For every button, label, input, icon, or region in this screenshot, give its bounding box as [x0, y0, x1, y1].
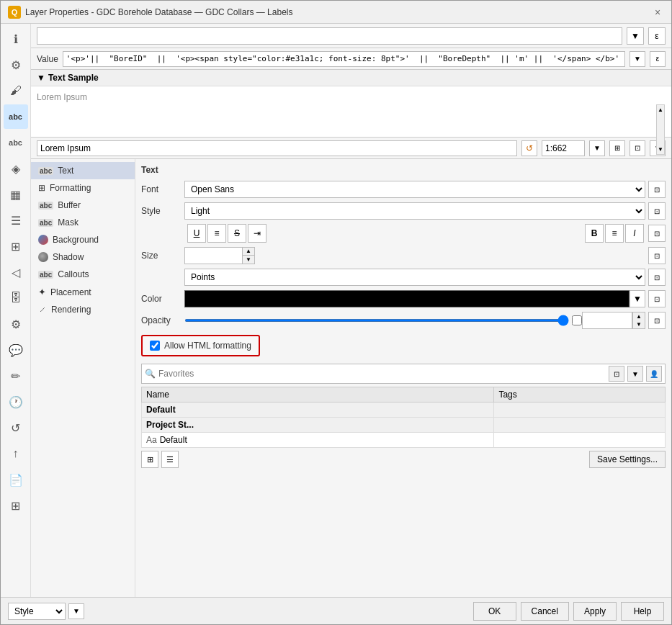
sidebar-abc-icon[interactable]: abc	[4, 104, 28, 129]
format-copy-btn[interactable]: ⊡	[648, 225, 666, 242]
opacity-up-btn[interactable]: ▲	[633, 312, 645, 320]
opacity-down-btn[interactable]: ▼	[633, 320, 645, 328]
color-copy-btn[interactable]: ⊡	[648, 290, 666, 307]
preview-scale-dropdown[interactable]: ▼	[589, 140, 605, 156]
sidebar-refresh-icon[interactable]: ↺	[4, 415, 28, 440]
sidebar-brush-icon[interactable]: 🖌	[4, 78, 28, 103]
sidebar-upload-icon[interactable]: ↑	[4, 441, 28, 466]
dropdown-arrow-btn[interactable]: ▼	[627, 27, 644, 45]
apply-button[interactable]: Apply	[573, 602, 617, 621]
sidebar-settings-icon[interactable]: ⚙	[4, 53, 28, 77]
nav-item-callouts[interactable]: abc Callouts	[31, 266, 135, 283]
size-up-btn[interactable]: ▲	[243, 248, 254, 256]
grid-view-btn[interactable]: ⊞	[141, 451, 158, 468]
sidebar-filter-icon[interactable]: ⊞	[4, 234, 28, 258]
opacity-copy-btn[interactable]: ⊡	[648, 312, 666, 329]
sidebar-info-icon[interactable]: ℹ	[4, 27, 28, 51]
font-select[interactable]: Open Sans	[184, 181, 645, 198]
sidebar-chart-icon[interactable]: ▦	[4, 182, 28, 207]
text-sample-content: Lorem Ipsum ▲ ▼	[31, 86, 671, 137]
left-nav: abc Text ⊞ Formatting abc Buffer abc Mas…	[31, 159, 135, 597]
table-row[interactable]: Default	[142, 403, 666, 418]
html-format-checkbox[interactable]	[150, 341, 160, 351]
content-area: Single Labels ▼ ε Value ▼ ε ▼ Text Sampl…	[31, 24, 671, 597]
preview-gear-btn[interactable]: ⊞	[609, 140, 625, 156]
nav-item-buffer[interactable]: abc Buffer	[31, 197, 135, 214]
size-copy-btn[interactable]: ⊡	[648, 247, 666, 264]
favorites-user-btn[interactable]: 👤	[646, 366, 662, 382]
list-view-btn[interactable]: ☰	[161, 451, 179, 468]
color-dropdown-btn[interactable]: ▼	[630, 290, 645, 307]
style-copy-btn[interactable]: ⊡	[648, 202, 666, 220]
italic-btn[interactable]: I	[625, 224, 644, 243]
table-row[interactable]: AaDefault	[142, 433, 666, 448]
nav-item-text[interactable]: abc Text	[31, 162, 135, 179]
bold-btn[interactable]: B	[585, 224, 604, 243]
placement-nav-icon: ✦	[38, 287, 46, 297]
sidebar-abc2-icon[interactable]: abc	[4, 130, 28, 155]
value-dropdown-btn[interactable]: ▼	[630, 51, 645, 67]
sidebar-gear-icon[interactable]: ⚙	[4, 312, 28, 336]
opacity-slider[interactable]	[184, 319, 569, 322]
indent-btn[interactable]: ⇥	[248, 224, 266, 243]
expression-btn[interactable]: ε	[648, 27, 666, 45]
sidebar-db-icon[interactable]: 🗄	[4, 286, 28, 310]
help-button[interactable]: Help	[621, 602, 664, 621]
favorites-clear-btn[interactable]: ⊡	[609, 366, 624, 382]
nav-item-placement[interactable]: ✦ Placement	[31, 283, 135, 301]
sidebar-pencil-icon[interactable]: ✏	[4, 364, 28, 388]
copy-fmt-btn[interactable]: ≡	[605, 224, 624, 243]
style-row: Style Light ⊡	[141, 202, 666, 220]
section-title: Text	[141, 165, 666, 175]
aa-icon: Aa	[146, 435, 157, 445]
nav-item-shadow[interactable]: Shadow	[31, 248, 135, 266]
scroll-down-btn[interactable]: ▼	[658, 146, 663, 153]
favorites-bar: 🔍 ⊡ ▼ 👤	[141, 364, 666, 384]
nav-item-background[interactable]: Background	[31, 231, 135, 248]
color-swatch[interactable]	[184, 290, 630, 307]
opacity-value-input[interactable]: 100.0 %	[582, 312, 632, 329]
size-unit-copy-btn[interactable]: ⊡	[648, 269, 666, 286]
sidebar-doc-icon[interactable]: 📄	[4, 467, 28, 492]
strikethrough-btn[interactable]: S	[228, 224, 246, 243]
sidebar-arrow-icon[interactable]: ◁	[4, 260, 28, 284]
text-sample-header[interactable]: ▼ Text Sample	[31, 70, 671, 86]
value-epsilon-btn[interactable]: ε	[650, 51, 666, 67]
cancel-button[interactable]: Cancel	[521, 602, 569, 621]
font-copy-btn[interactable]: ⊡	[648, 181, 666, 198]
nav-item-mask[interactable]: abc Mask	[31, 214, 135, 231]
sidebar-list-icon[interactable]: ☰	[4, 208, 28, 233]
size-input[interactable]: 9.0000	[184, 247, 242, 264]
lorem-ipsum-preview: Lorem Ipsum	[37, 92, 87, 102]
style-control: Light	[184, 202, 645, 220]
style-select[interactable]: Light	[184, 202, 645, 220]
preview-copy-btn[interactable]: ⊡	[630, 140, 645, 156]
sidebar-plugin-icon[interactable]: ⊞	[4, 493, 28, 518]
style-dropdown[interactable]: Style	[8, 603, 66, 620]
favorites-input[interactable]	[158, 369, 606, 379]
preview-input[interactable]	[37, 140, 517, 156]
preview-bar: ↺ ▼ ⊞ ⊡ ▼	[31, 138, 671, 159]
sidebar-clock-icon[interactable]: 🕐	[4, 390, 28, 414]
sidebar-chat-icon[interactable]: 💬	[4, 338, 28, 362]
nav-item-formatting[interactable]: ⊞ Formatting	[31, 179, 135, 197]
nav-item-rendering[interactable]: ⟋ Rendering	[31, 301, 135, 318]
style-arrow-btn[interactable]: ▼	[68, 603, 84, 619]
opacity-checkbox[interactable]	[572, 315, 582, 325]
scroll-up-btn[interactable]: ▲	[658, 107, 663, 113]
ok-button[interactable]: OK	[473, 602, 516, 621]
underline-btn[interactable]: U	[187, 224, 206, 243]
preview-refresh-btn[interactable]: ↺	[521, 140, 537, 156]
value-input[interactable]	[63, 51, 625, 67]
preview-scale[interactable]	[542, 140, 585, 156]
size-unit-select[interactable]: Points	[184, 269, 645, 286]
size-down-btn[interactable]: ▼	[243, 256, 254, 264]
html-format-label: Allow HTML formatting	[164, 341, 251, 351]
align-btn[interactable]: ≡	[207, 224, 226, 243]
save-settings-btn[interactable]: Save Settings...	[589, 451, 666, 468]
favorites-dropdown-btn[interactable]: ▼	[627, 366, 643, 382]
close-button[interactable]: ×	[651, 6, 664, 19]
sidebar-3d-icon[interactable]: ◈	[4, 156, 28, 181]
table-row[interactable]: Project St...	[142, 418, 666, 433]
label-mode-input[interactable]: Single Labels	[37, 27, 622, 45]
